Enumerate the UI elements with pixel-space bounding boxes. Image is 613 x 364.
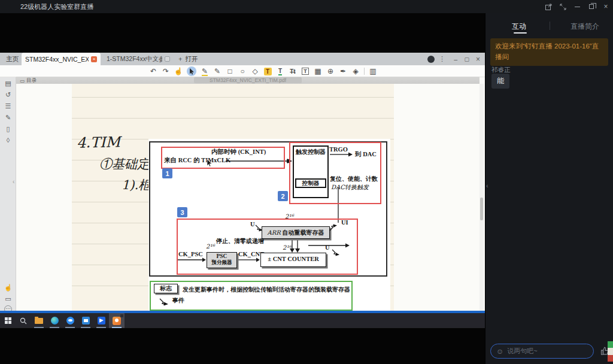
signature-tool-icon[interactable]: ✒ <box>339 66 347 76</box>
menu-button[interactable]: ⋮ <box>439 53 445 65</box>
text-box-tool-icon[interactable]: T <box>301 66 309 76</box>
dingtalk-icon <box>66 317 74 324</box>
underline-t-glyph: T <box>278 68 282 75</box>
boxed-t-glyph: T <box>302 68 309 75</box>
minimize-window-icon[interactable] <box>573 3 581 10</box>
fullscreen-icon[interactable] <box>559 3 566 10</box>
emoji-icon[interactable]: ☺ <box>496 347 503 356</box>
text-highlight-tool-icon[interactable]: T <box>263 66 272 76</box>
tab-stm32-nvic[interactable]: STM32F4xx_NVIC_EXT... × <box>22 53 101 65</box>
tag-icon[interactable]: ◊ <box>0 136 16 144</box>
tab-close-icon[interactable] <box>165 56 170 62</box>
open-file-button[interactable]: ＋ 打开 <box>177 55 198 63</box>
welcome-banner: 欢迎来到“钉钉直播 2023-01-16”直播间 <box>490 38 608 66</box>
live-interaction-panel: 互动 直播简介 欢迎来到“钉钉直播 2023-01-16”直播间 祁睿正 能 ‹… <box>485 13 613 364</box>
hand-tool-icon[interactable]: ☝ <box>174 66 183 76</box>
sidebar-collapse-icon[interactable]: ‹ <box>13 178 14 185</box>
rectangle-tool-icon[interactable]: □ <box>226 66 234 76</box>
sticker-panel-edge <box>608 341 613 362</box>
outline-list-icon[interactable]: ☰ <box>0 102 16 110</box>
polygon-tool-icon[interactable]: ◇ <box>251 66 259 76</box>
minimize-button[interactable]: – <box>454 53 457 65</box>
hand-pan-icon[interactable]: ☝ <box>0 284 16 292</box>
chat-input-placeholder: 说两句吧~ <box>507 347 537 356</box>
kebab-menu-icon: ⋮ <box>439 55 445 63</box>
undo-icon[interactable]: ↶ <box>149 66 157 76</box>
web-link-tool-icon[interactable]: ⊕ <box>326 66 335 76</box>
tab-close-icon[interactable]: × <box>91 56 97 62</box>
document-viewport <box>16 84 480 311</box>
toolbar-divider <box>364 68 365 75</box>
taskbar-edge[interactable] <box>47 313 62 328</box>
windows-taskbar <box>0 313 485 328</box>
close-button[interactable]: × <box>476 53 480 65</box>
tab-interaction[interactable]: 互动 <box>512 22 526 32</box>
chat-message: 能 <box>491 74 509 89</box>
chat-username: 祁睿正 <box>491 66 511 74</box>
tab-label: STM32F4xx_NVIC_EXT... <box>25 56 89 63</box>
close-window-icon[interactable]: × <box>602 3 609 10</box>
restore-window-icon[interactable] <box>588 3 595 10</box>
tab-home[interactable]: 主页 <box>6 55 19 63</box>
account-avatar[interactable] <box>427 53 435 65</box>
taskbar-capture-app[interactable] <box>78 313 93 328</box>
taskbar-live-app-active[interactable] <box>109 313 125 328</box>
live-app-badge <box>120 314 123 317</box>
media-app-icon <box>82 317 90 324</box>
search-icon <box>20 317 27 324</box>
screenshot-icon[interactable]: ▭ <box>0 295 16 303</box>
outline-icon: ▭ <box>20 78 25 84</box>
tab-divider <box>550 22 550 30</box>
live-app-icon <box>113 317 121 325</box>
maximize-button[interactable]: ▢ <box>464 53 469 65</box>
tab-live-intro[interactable]: 直播简介 <box>570 22 599 32</box>
app-title-bar: 22级机器人实验室群直播 × <box>0 0 613 13</box>
folder-icon <box>35 318 43 324</box>
window-title: 22级机器人实验室群直播 <box>0 2 93 11</box>
redo-icon[interactable]: ↷ <box>162 66 170 76</box>
pdf-tab-bar: 主页 STM32F4xx_NVIC_EXT... × 1-STM32F4xx中文… <box>0 53 485 65</box>
kite-app-icon <box>98 317 105 324</box>
start-button[interactable] <box>0 313 16 328</box>
panel-tabs: 互动 直播简介 <box>485 18 613 36</box>
pdf-app-window: 主页 STM32F4xx_NVIC_EXT... × 1-STM32F4xx中文… <box>0 53 485 311</box>
ellipse-tool-icon[interactable]: ○ <box>238 66 247 76</box>
text-underline-tool-icon[interactable]: T <box>276 66 284 76</box>
strike-t-glyph: Tt <box>290 68 295 75</box>
page-icon[interactable]: ▯ <box>0 125 16 133</box>
tab-stm32-chinese-ref[interactable]: 1-STM32F4xx中文参考... <box>103 53 174 65</box>
text-strikethrough-tool-icon[interactable]: Tt <box>289 66 297 76</box>
document-header: ▭ 目录 STM32F4xx_NVIC_EXTI_TIM.pdf <box>16 77 480 84</box>
taskbar-dingtalk[interactable] <box>62 313 78 328</box>
insert-image-tool-icon[interactable]: ▦ <box>314 66 322 76</box>
notebook-page <box>72 84 394 311</box>
close-icon: × <box>476 55 480 63</box>
taskbar-file-explorer[interactable] <box>31 313 47 328</box>
taskbar-quark[interactable] <box>93 313 109 328</box>
screen-letterbox-bottom <box>0 328 485 364</box>
taskbar-search-button[interactable] <box>16 313 31 328</box>
chat-input[interactable]: ☺ 说两句吧~ <box>490 344 594 359</box>
annotate-pen-icon[interactable]: ✎ <box>0 114 16 122</box>
panel-collapse-icon[interactable]: ‹ <box>486 182 488 189</box>
eraser-tool-icon[interactable]: ◈ <box>351 66 360 76</box>
active-tab-underline <box>514 32 527 34</box>
history-icon[interactable]: ↺ <box>0 91 16 99</box>
annotation-toolbar: ↶ ↷ ☝ ✎ ✎ □ ○ ◇ T T Tt T ▦ ⊕ ✒ ◈ ▥ <box>0 65 485 77</box>
select-tool-icon[interactable] <box>187 66 196 76</box>
screenshot-stage: 主页 STM32F4xx_NVIC_EXT... × 1-STM32F4xx中文… <box>0 0 613 364</box>
tab-label: 1-STM32F4xx中文参考... <box>107 55 162 63</box>
highlight-t-glyph: T <box>264 68 272 75</box>
document-filename: STM32F4xx_NVIC_EXTI_TIM.pdf <box>194 77 302 83</box>
left-sidebar-toolbar: ▤ ↺ ☰ ✎ ▯ ◊ ☝ ▭ ⋯ <box>0 77 16 311</box>
maximize-icon: ▢ <box>464 56 469 62</box>
vertical-scrollbar[interactable] <box>480 84 484 311</box>
scrollbar-thumb[interactable] <box>480 198 483 220</box>
highlighter-tool-icon[interactable]: ✎ <box>213 66 221 76</box>
pencil-tool-icon[interactable]: ✎ <box>201 66 209 76</box>
avatar-icon <box>427 56 435 63</box>
panels-icon[interactable]: ▤ <box>0 80 16 87</box>
screen-letterbox-top <box>0 13 485 53</box>
popout-icon[interactable] <box>545 3 552 10</box>
notes-panel-icon[interactable]: ▥ <box>369 66 377 76</box>
